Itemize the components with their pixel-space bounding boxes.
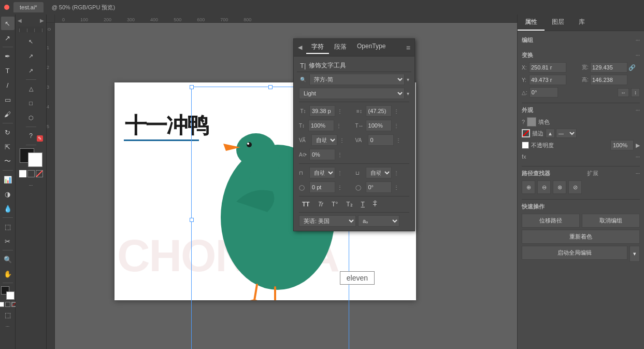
font-dropdown-arrow[interactable]: ▾ — [407, 77, 409, 82]
flip-h-btn[interactable]: ↔ — [618, 88, 629, 97]
panel-collapse-left[interactable]: ◀ — [298, 44, 302, 51]
global-edit-btn[interactable]: 启动全局编辑 — [522, 246, 627, 260]
touch-type-tool[interactable]: ? ✎ — [18, 129, 44, 143]
handle-tm[interactable] — [268, 85, 273, 89]
eyedropper-tool[interactable]: 💧 — [1, 202, 15, 215]
file-tab[interactable]: test.ai* — [13, 2, 44, 12]
tab-library[interactable]: 库 — [571, 15, 592, 31]
v-scale-input[interactable] — [308, 120, 334, 131]
collapse-right[interactable]: ▶ — [40, 18, 44, 23]
typo-underline-btn[interactable]: T — [359, 200, 367, 209]
typo-tt-btn[interactable]: TT — [300, 200, 312, 209]
offset-path-btn[interactable]: 位移路径 — [522, 214, 580, 228]
link-wh-icon[interactable]: 🔗 — [628, 64, 636, 71]
paint-tool[interactable]: 🖌 — [1, 107, 15, 121]
y-input[interactable] — [529, 75, 566, 85]
char-rotation-input[interactable] — [309, 149, 335, 160]
text-angle-input[interactable] — [366, 182, 392, 193]
hex-tool[interactable]: ⬡ — [18, 111, 44, 124]
stroke-type-select[interactable]: — — [556, 129, 577, 138]
font-size-input[interactable] — [309, 105, 335, 117]
warp-tool[interactable]: 〜 — [1, 155, 15, 168]
font-style-select[interactable]: Light — [299, 88, 405, 99]
close-button[interactable] — [4, 5, 9, 10]
sec-fill[interactable] — [19, 170, 26, 177]
baseline-arrows-1[interactable]: ⋮ — [337, 170, 342, 176]
stroke-swatch[interactable] — [522, 129, 530, 137]
fill-box[interactable] — [0, 302, 4, 307]
sec-more[interactable]: ... — [27, 179, 35, 189]
fill-indicator[interactable]: ? 填色 — [522, 117, 550, 127]
fill-stroke-indicator[interactable] — [1, 286, 15, 300]
recolor-btn[interactable]: 重新着色 — [522, 230, 640, 244]
fill-swatch[interactable] — [527, 117, 536, 127]
opacity-input[interactable] — [610, 140, 634, 150]
handle-ml[interactable] — [190, 218, 194, 222]
line-tool[interactable]: / — [1, 78, 15, 92]
group-more[interactable]: ··· — [636, 37, 640, 43]
sec-none[interactable] — [36, 170, 43, 177]
direct-select-tool[interactable]: ↗ — [1, 31, 15, 45]
angle-input[interactable] — [529, 87, 558, 97]
flip-v-btn[interactable]: ↕ — [631, 88, 640, 97]
width-input[interactable] — [590, 62, 627, 73]
typo-sub-btn[interactable]: T₂ — [344, 200, 354, 209]
tab-layers[interactable]: 图层 — [545, 15, 571, 31]
pen-tool[interactable]: ✒ — [1, 49, 15, 63]
tab-character[interactable]: 字符 — [306, 41, 329, 54]
rect-tool[interactable]: ▭ — [1, 93, 15, 106]
rotate-tool[interactable]: ↻ — [1, 125, 15, 139]
stroke-indicator[interactable]: 描边 ▲ — — [522, 129, 577, 138]
baseline-select-1[interactable]: 自动 — [309, 167, 335, 178]
tracking-select[interactable]: 自动 — [311, 134, 337, 146]
typo-tr-btn[interactable]: Tr — [316, 200, 325, 209]
baseline-select-2[interactable]: 自动 — [366, 167, 392, 178]
typo-sup-btn[interactable]: T° — [330, 200, 340, 209]
opacity-arrow[interactable]: ▶ — [636, 142, 640, 149]
stroke-up-btn[interactable]: ▲ — [546, 129, 555, 138]
stroke-arrows[interactable]: ⋮ — [337, 185, 342, 190]
x-input[interactable]: 250.81 r — [529, 62, 566, 73]
collapse-left[interactable]: ◀ — [18, 18, 22, 23]
text-angle-arrows[interactable]: ⋮ — [394, 185, 399, 190]
screen-mode[interactable]: ⬚ — [1, 308, 15, 322]
rect-secondary[interactable]: □ — [18, 96, 44, 110]
gradient-box[interactable] — [5, 302, 10, 307]
direct-tool-secondary[interactable]: ↗ — [18, 49, 44, 63]
ungroup-btn[interactable]: 取消编组 — [582, 214, 640, 228]
language-select[interactable]: 英语: 美国 — [299, 215, 356, 227]
select-tool-secondary[interactable]: ↖ — [18, 35, 44, 48]
pathfinder-more[interactable]: ··· — [636, 171, 640, 176]
zoom-tool[interactable]: 🔍 — [1, 253, 15, 266]
opacity-checkbox[interactable] — [522, 142, 529, 149]
v-scale-arrows[interactable]: ⋮ — [336, 123, 341, 129]
direct-tool-secondary-2[interactable]: ↗ — [18, 64, 44, 77]
leading-input[interactable] — [366, 105, 392, 117]
tab-opentype[interactable]: OpenType — [352, 41, 391, 54]
tab-properties[interactable]: 属性 — [518, 15, 545, 31]
style-dropdown-arrow[interactable]: ▾ — [407, 91, 409, 96]
pf-minus[interactable]: ⊖ — [537, 180, 551, 194]
graph-tool[interactable]: 📊 — [1, 173, 15, 186]
handle-tl[interactable] — [190, 85, 194, 89]
more-tools[interactable]: ... — [6, 323, 10, 328]
fx-more[interactable]: ··· — [636, 154, 640, 160]
pf-unite[interactable]: ⊕ — [522, 180, 535, 194]
typo-strike-btn[interactable]: T̄ — [371, 200, 379, 209]
slice-tool[interactable]: ✂ — [1, 234, 15, 248]
type-tool[interactable]: T — [1, 64, 15, 77]
tracking-arrows[interactable]: ⋮ — [339, 137, 345, 143]
pf-exclude[interactable]: ⊘ — [568, 180, 582, 194]
font-size-arrows[interactable]: ⋮ — [337, 108, 342, 114]
sec-color-indicator[interactable] — [20, 148, 42, 167]
font-family-select[interactable]: 萍方-简 — [309, 74, 405, 85]
char-rotation-arrows[interactable]: ⋮ — [337, 152, 342, 158]
leading-arrows[interactable]: ⋮ — [394, 108, 399, 114]
pf-intersect[interactable]: ⊗ — [553, 180, 566, 194]
hand-tool[interactable]: ✋ — [1, 267, 15, 281]
global-edit-dropdown[interactable]: ▾ — [629, 246, 640, 262]
canvas[interactable]: 十一冲鸭 CHONGYA — [55, 23, 517, 349]
transform-tool[interactable]: △ — [18, 82, 44, 95]
pathfinder-expand[interactable]: 扩展 — [587, 170, 598, 177]
sec-stroke[interactable] — [27, 170, 35, 177]
